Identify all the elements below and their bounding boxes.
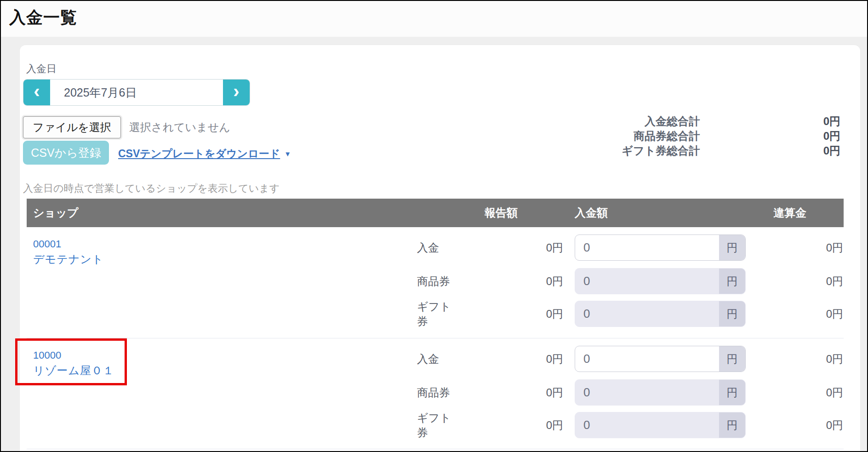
screenshot-frame: 入金一覧 入金日 ‹ 2025年7月6日 › ファイルを選択 選択されていません…	[0, 0, 868, 452]
total-gift-value: 0円	[700, 143, 840, 158]
total-gift-label: ギフト券総合計	[491, 143, 700, 158]
prev-day-button[interactable]: ‹	[23, 80, 50, 105]
yen-unit-suffix: 円	[719, 269, 745, 294]
deposit-amount-input[interactable]	[575, 235, 719, 260]
deposit-amount-group: 円	[575, 235, 746, 261]
table-row-deposit: 入金 0円 円 0円	[27, 235, 844, 261]
chevron-left-icon: ‹	[34, 82, 40, 100]
table-row-deposit: 入金 0円 円 0円	[27, 346, 844, 372]
column-header-deposit: 入金額	[575, 199, 608, 227]
yen-unit-suffix: 円	[719, 346, 745, 372]
file-select-status: 選択されていません	[129, 120, 230, 135]
report-amount: 0円	[461, 352, 563, 366]
voucher-amount-group: 円	[575, 268, 746, 294]
report-amount: 0円	[461, 418, 563, 433]
table-header: ショップ 報告額 入金額 違算金	[27, 199, 844, 227]
row-type-label: ギフト券	[417, 299, 461, 329]
gift-amount-group: 円	[575, 301, 746, 327]
table-row-gift: ギフト券 0円 円 0円	[27, 301, 844, 327]
discrepancy-amount: 0円	[746, 240, 844, 255]
total-deposit-row: 入金総合計 0円	[491, 114, 840, 129]
page-title: 入金一覧	[9, 6, 77, 29]
csv-template-download[interactable]: CSVテンプレートをダウンロード ▼	[118, 147, 291, 161]
deposit-amount-group: 円	[575, 346, 746, 372]
gift-amount-input	[575, 412, 719, 438]
table-row-voucher: 商品券 0円 円 0円	[27, 268, 844, 294]
report-amount: 0円	[461, 240, 563, 255]
column-header-shop: ショップ	[33, 199, 78, 227]
table-row-gift: ギフト券 0円 円 0円	[27, 412, 844, 438]
file-chooser-row: ファイルを選択 選択されていません	[23, 116, 230, 138]
discrepancy-amount: 0円	[746, 307, 844, 321]
total-voucher-label: 商品券総合計	[491, 129, 700, 143]
chevron-right-icon: ›	[233, 82, 239, 100]
row-type-label: 入金	[417, 352, 461, 366]
next-day-button[interactable]: ›	[223, 80, 250, 105]
discrepancy-amount: 0円	[746, 352, 844, 366]
total-voucher-value: 0円	[700, 129, 840, 143]
voucher-amount-input	[575, 380, 719, 405]
yen-unit-suffix: 円	[719, 235, 745, 260]
row-type-label: 商品券	[417, 385, 461, 400]
yen-unit-suffix: 円	[719, 301, 745, 326]
shop-section-demotenant: 00001 デモテナント 入金 0円 円 0円 商品券 0円	[27, 227, 844, 338]
row-type-label: 入金	[417, 240, 461, 255]
total-deposit-value: 0円	[700, 114, 840, 129]
deposit-date-value[interactable]: 2025年7月6日	[50, 80, 223, 105]
gift-amount-group: 円	[575, 412, 746, 438]
shop-section-rhizome: 10000 リゾーム屋０１ 入金 0円 円 0円 商品券 0円	[27, 338, 844, 449]
total-voucher-row: 商品券総合計 0円	[491, 129, 840, 143]
title-strip: 入金一覧	[1, 1, 867, 37]
voucher-amount-input	[575, 269, 719, 294]
deposit-date-label: 入金日	[26, 62, 57, 76]
voucher-amount-group: 円	[575, 379, 746, 406]
row-type-label: 商品券	[417, 274, 461, 289]
discrepancy-amount: 0円	[746, 418, 844, 433]
shops-display-note: 入金日の時点で営業しているショップを表示しています	[23, 182, 280, 195]
csv-register-button[interactable]: CSVから登録	[23, 141, 109, 165]
csv-template-link[interactable]: CSVテンプレートをダウンロード	[118, 147, 280, 161]
discrepancy-amount: 0円	[746, 385, 844, 400]
total-deposit-label: 入金総合計	[491, 114, 700, 129]
report-amount: 0円	[461, 385, 563, 400]
yen-unit-suffix: 円	[719, 380, 745, 405]
table-row-voucher: 商品券 0円 円 0円	[27, 379, 844, 406]
totals-panel: 入金総合計 0円 商品券総合計 0円 ギフト券総合計 0円	[491, 114, 840, 158]
report-amount: 0円	[461, 274, 563, 289]
deposit-date-picker: ‹ 2025年7月6日 ›	[23, 79, 250, 106]
column-header-discrepancy: 違算金	[773, 199, 806, 227]
file-select-button[interactable]: ファイルを選択	[23, 116, 121, 138]
gift-amount-input	[575, 301, 719, 326]
yen-unit-suffix: 円	[719, 412, 745, 438]
caret-down-icon: ▼	[284, 150, 291, 158]
deposit-amount-input[interactable]	[575, 346, 719, 372]
row-type-label: ギフト券	[417, 411, 461, 440]
column-header-report: 報告額	[485, 199, 518, 227]
total-gift-row: ギフト券総合計 0円	[491, 143, 840, 158]
report-amount: 0円	[461, 307, 563, 321]
discrepancy-amount: 0円	[746, 274, 844, 289]
